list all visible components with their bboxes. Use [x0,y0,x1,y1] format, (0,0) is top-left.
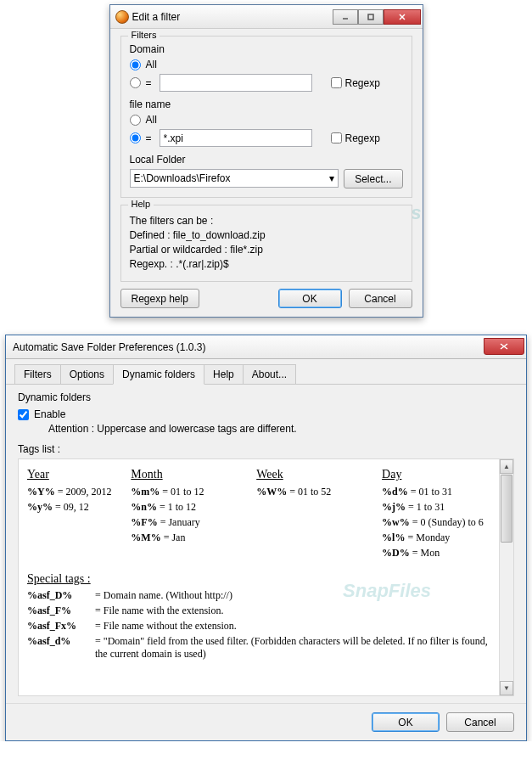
eq-label-2: = [146,132,154,144]
titlebar[interactable]: Edit a filter [110,5,423,29]
enable-checkbox[interactable] [18,409,29,420]
tag-line: %l% = Monday [382,530,490,545]
domain-regexp-checkbox[interactable] [331,77,342,88]
scroll-thumb[interactable] [501,475,512,543]
eq-label: = [146,77,154,89]
scrollbar[interactable]: ▲ ▼ [499,459,513,695]
tab-filters[interactable]: Filters [14,364,61,384]
all-label-2: All [146,114,157,126]
tab-options[interactable]: Options [60,364,114,384]
special-tag-row: %asf_D%= Domain name. (Without http://) [27,589,490,602]
tag-line: %M% = Jan [131,530,239,545]
tab-dynamic-folders[interactable]: Dynamic folders [113,364,204,385]
tag-line: %n% = 1 to 12 [131,499,239,515]
help-line: Regexp. : .*(.rar|.zip)$ [130,258,403,270]
attention-text: Attention : Uppercase and lowercase tags… [48,423,514,435]
help-group: Help The filters can be : Defined : file… [120,205,412,282]
dropdown-arrow-icon: ▾ [329,172,334,184]
firefox-icon [115,10,129,24]
special-tags-heading: Special tags : [27,572,490,586]
filters-legend: Filters [128,30,160,40]
special-tag-row: %asf_F%= File name with the extension. [27,605,490,617]
col-day-heading: Day [382,468,490,481]
section-heading: Dynamic folders [18,391,514,403]
special-tag-row: %asf_d%= "Domain" field from the used fi… [27,635,490,661]
tab-help[interactable]: Help [204,364,244,384]
col-month-heading: Month [131,468,239,481]
all-label: All [146,59,157,70]
help-line: The filters can be : [130,215,403,227]
filename-input[interactable] [160,129,312,147]
regexp-label: Regexp [345,77,380,89]
tabstrip: Filters Options Dynamic folders Help Abo… [6,359,526,385]
tag-line: %w% = 0 (Sunday) to 6 [382,515,490,530]
domain-label: Domain [130,43,403,55]
edit-filter-window: Edit a filter Filters Domain All = Regex… [109,4,423,318]
tag-line: %y% = 09, 12 [27,499,114,515]
regexp-help-button[interactable]: Regexp help [120,289,199,308]
tags-scroll-area: Year %Y% = 2009, 2012 %y% = 09, 12 Month… [18,458,514,696]
cancel-button[interactable]: Cancel [446,712,514,732]
localfolder-combo[interactable]: E:\Downloads\Firefox ▾ [130,169,339,188]
cancel-button[interactable]: Cancel [349,289,412,308]
tag-line: %j% = 1 to 31 [382,499,490,515]
filename-eq-radio[interactable] [130,132,141,143]
help-line: Defined : file_to_download.zip [130,229,403,241]
titlebar[interactable]: Automatic Save Folder Preferences (1.0.3… [6,335,526,359]
ok-button[interactable]: OK [278,289,342,308]
window-title: Automatic Save Folder Preferences (1.0.3… [13,341,484,353]
close-button[interactable] [384,9,421,25]
tag-line: %W% = 01 to 52 [256,484,365,499]
col-year-heading: Year [27,468,114,481]
domain-eq-radio[interactable] [130,77,141,88]
special-tag-row: %asf_Fx%= File name without the extensio… [27,620,490,633]
localfolder-label: Local Folder [130,154,403,166]
maximize-button[interactable] [358,9,384,25]
close-button[interactable] [484,338,524,355]
filename-label: file name [130,98,403,110]
help-legend: Help [128,199,154,209]
tag-line: %d% = 01 to 31 [382,484,490,499]
filename-regexp-checkbox[interactable] [331,132,342,143]
tag-line: %Y% = 2009, 2012 [27,484,114,499]
ok-button[interactable]: OK [372,712,440,732]
scroll-down-button[interactable]: ▼ [500,681,513,695]
select-button[interactable]: Select... [344,169,402,188]
filename-all-radio[interactable] [130,115,141,126]
tag-line: %F% = January [131,515,239,530]
help-line: Partial or wildcarded : file*.zip [130,244,403,256]
col-week-heading: Week [256,468,365,481]
window-title: Edit a filter [132,11,333,23]
minimize-button[interactable] [333,9,358,25]
domain-all-radio[interactable] [130,59,141,70]
tags-list-label: Tags list : [18,443,514,455]
enable-label: Enable [34,408,65,420]
scroll-up-button[interactable]: ▲ [500,459,513,474]
domain-input[interactable] [160,74,312,92]
tag-line: %D% = Mon [382,545,490,560]
svg-rect-1 [368,14,373,20]
tag-line: %m% = 01 to 12 [131,484,239,499]
preferences-window: Automatic Save Folder Preferences (1.0.3… [5,335,527,741]
tab-about[interactable]: About... [243,364,296,384]
regexp-label-2: Regexp [345,132,380,144]
localfolder-value: E:\Downloads\Firefox [134,172,231,184]
filters-group: Filters Domain All = Regexp file name Al… [120,36,412,198]
